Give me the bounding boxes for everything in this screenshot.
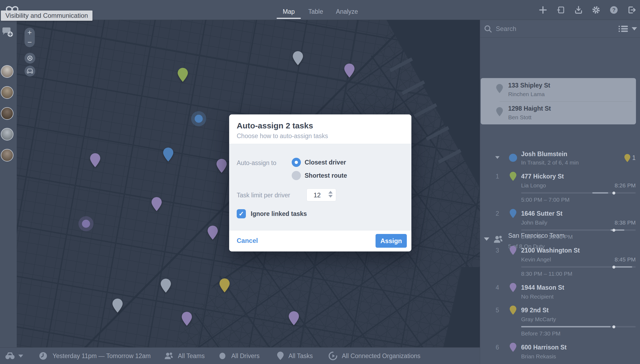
- task-row[interactable]: 5 99 2nd St Gray McCarty Before 7:30 PM: [480, 304, 640, 342]
- driver-avatar[interactable]: [1, 107, 13, 120]
- search-icon: [484, 25, 492, 33]
- unassigned-task-row[interactable]: 1298 Haight St Ben Stott: [481, 101, 636, 124]
- settings-gear-icon[interactable]: [591, 5, 601, 15]
- zoom-out-button[interactable]: −: [25, 38, 35, 46]
- tab-analyze[interactable]: Analyze: [336, 8, 358, 15]
- map-task-pin[interactable]: [152, 197, 162, 211]
- radio-label: Closest driver: [305, 159, 346, 166]
- map-driver-dot[interactable]: [82, 220, 90, 228]
- task-number: 4: [494, 284, 501, 291]
- task-sidebar: Unassigned 2 Tasks 133 Shipley St Rinche…: [480, 20, 640, 364]
- task-limit-label: Task limit per driver: [237, 192, 290, 199]
- logout-icon[interactable]: [627, 5, 636, 15]
- map-task-pin[interactable]: [219, 278, 230, 292]
- map-task-pin[interactable]: [163, 148, 173, 162]
- driver-row[interactable]: Josh Blumstein In Transit, 2 of 6, 4 min…: [480, 149, 640, 167]
- download-icon[interactable]: [574, 5, 583, 15]
- map-task-pin[interactable]: [112, 299, 123, 313]
- team-section-header[interactable]: San Francisco Team 5 of 8 On Duty: [480, 124, 640, 146]
- time-range-filter-button[interactable]: Yesterday 11pm — Tomorrow 12am: [39, 348, 151, 364]
- task-progress-bar: [521, 229, 636, 231]
- assign-button[interactable]: Assign: [376, 234, 407, 248]
- map-task-pin[interactable]: [289, 311, 299, 325]
- map-task-pin[interactable]: [182, 312, 192, 326]
- drivers-filter-button[interactable]: All Drivers: [218, 348, 260, 364]
- task-pin-icon: [510, 343, 517, 352]
- top-navigation-bar: Map Table Analyze ?: [0, 0, 640, 20]
- search-input[interactable]: [496, 24, 609, 34]
- tab-table[interactable]: Table: [308, 8, 323, 15]
- import-icon[interactable]: [556, 5, 565, 15]
- stepper-up-icon[interactable]: [328, 191, 333, 194]
- task-pin-icon: [510, 246, 517, 255]
- vehicle-toggle-button[interactable]: [25, 66, 35, 76]
- task-pin-icon: [510, 306, 517, 315]
- chevron-down-icon: [18, 355, 23, 358]
- radio-unselected-icon[interactable]: [292, 171, 301, 180]
- task-address: 600 Harrison St: [521, 344, 567, 351]
- radio-option-shortest-route[interactable]: Shortest route: [292, 171, 347, 180]
- add-task-icon[interactable]: [538, 5, 548, 15]
- locate-button[interactable]: [25, 53, 35, 64]
- dialog-subtitle: Choose how to auto-assign tasks: [237, 132, 328, 140]
- cancel-button[interactable]: Cancel: [237, 237, 258, 244]
- tab-map[interactable]: Map: [283, 8, 295, 15]
- task-row[interactable]: 6 600 Harrison St Brian Rekasis: [480, 342, 640, 364]
- teams-filter-button[interactable]: All Teams: [164, 348, 205, 364]
- task-limit-value: 12: [314, 191, 321, 199]
- map-task-pin[interactable]: [161, 279, 171, 293]
- unassigned-section-header[interactable]: Unassigned 2 Tasks: [480, 58, 640, 78]
- task-recipient: Rinchen Lama: [508, 91, 545, 97]
- radio-selected-icon[interactable]: [292, 158, 301, 167]
- sort-dropdown-icon[interactable]: [632, 27, 637, 30]
- task-address: 2100 Washington St: [521, 247, 580, 254]
- new-chat-icon[interactable]: [1, 27, 14, 39]
- task-pin-icon: [277, 352, 284, 360]
- map-task-pin[interactable]: [208, 226, 218, 240]
- task-time-window: 8:00 PM – 10:00 PM: [521, 234, 573, 240]
- driver-avatar[interactable]: [1, 65, 13, 78]
- stepper-down-icon[interactable]: [328, 195, 333, 198]
- map-task-pin[interactable]: [90, 153, 100, 167]
- map-driver-dot[interactable]: [195, 115, 203, 123]
- driver-avatar[interactable]: [1, 149, 13, 162]
- visibility-filter-button[interactable]: [5, 348, 23, 364]
- current-time-marker: [613, 325, 615, 328]
- auto-assign-to-label: Auto-assign to: [237, 159, 276, 167]
- driver-rail: [0, 20, 17, 347]
- task-row[interactable]: 2 1646 Sutter St John Baily 8:38 PM 8:00…: [480, 208, 640, 245]
- unassigned-task-row[interactable]: 133 Shipley St Rinchen Lama: [481, 78, 636, 101]
- current-time-marker: [613, 229, 615, 232]
- map-task-pin[interactable]: [178, 68, 188, 82]
- driver-name: Josh Blumstein: [521, 150, 567, 158]
- radio-option-closest-driver[interactable]: Closest driver: [292, 158, 346, 167]
- current-time-marker: [613, 265, 615, 268]
- task-row[interactable]: 4 1944 Mason St No Recipient: [480, 282, 640, 305]
- tasks-filter-button[interactable]: All Tasks: [277, 348, 313, 364]
- task-time-window: Before 7:30 PM: [521, 330, 560, 337]
- task-limit-input[interactable]: 12: [307, 188, 336, 201]
- collapse-chevron-icon[interactable]: [495, 156, 500, 159]
- organizations-filter-button[interactable]: All Connected Organizations: [328, 348, 421, 364]
- ignore-linked-checkbox[interactable]: ✓: [237, 209, 246, 218]
- map-task-pin[interactable]: [216, 159, 227, 173]
- task-progress-bar: [521, 266, 636, 268]
- badge-pin-icon: [624, 154, 630, 162]
- help-icon[interactable]: ?: [609, 5, 618, 15]
- map-task-pin[interactable]: [344, 64, 355, 78]
- number-stepper[interactable]: [328, 191, 333, 198]
- map-task-pin[interactable]: [293, 51, 303, 65]
- active-tab-indicator: [277, 18, 301, 19]
- badge-count: 1: [632, 154, 636, 162]
- driver-avatar[interactable]: [1, 86, 13, 99]
- locate-icon: [27, 55, 33, 61]
- driver-avatar[interactable]: [1, 128, 13, 141]
- task-number: 2: [494, 210, 501, 217]
- task-address: 1646 Sutter St: [521, 210, 562, 217]
- driver-dot-icon: [218, 352, 226, 360]
- task-row[interactable]: 3 2100 Washington St Kevin Angel 8:45 PM…: [480, 245, 640, 282]
- list-view-icon[interactable]: [618, 25, 628, 33]
- zoom-in-button[interactable]: +: [25, 29, 35, 36]
- clock-icon: [39, 351, 48, 360]
- task-row[interactable]: 1 477 Hickory St Lia Longo 8:26 PM 5:00 …: [480, 171, 640, 208]
